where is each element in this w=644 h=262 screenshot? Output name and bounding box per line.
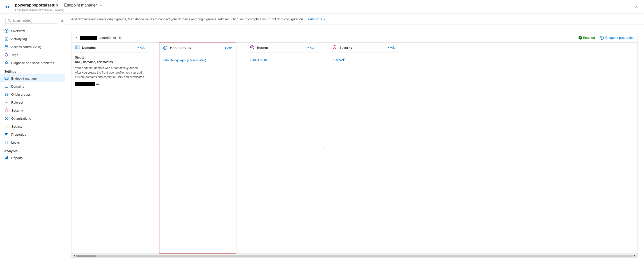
routes-column-title: Routes [257,46,308,50]
activity-log-icon [4,37,9,41]
security-column-body: NewWAF ··· [329,53,399,253]
sidebar-item-secrets[interactable]: Secrets [0,122,65,130]
sidebar-item-overview[interactable]: Overview [0,27,65,35]
svg-rect-29 [7,156,8,159]
collapse-endpoint-button[interactable]: ∧ [76,36,78,40]
route-item: default-route ··· [250,56,315,64]
more-options-button[interactable]: ··· [100,3,104,8]
default-origin-group-link[interactable]: default-origin-group (associated) [163,59,228,62]
security-column-header: Security + Add [329,43,399,53]
scroll-thumb[interactable] [76,255,96,257]
access-control-icon [4,45,9,49]
info-bar: Add domains and create origin groups, th… [65,14,644,25]
domains-label: Domains [11,85,24,88]
svg-rect-23 [5,133,8,134]
properties-icon [4,132,9,137]
origin-group-item: default-origin-group (associated) ··· [163,56,232,64]
origin-groups-label: Origin groups [11,93,31,96]
properties-label: Properties [11,133,26,136]
sidebar-item-endpoint-manager[interactable]: Endpoint manager [0,74,65,82]
sidebar-item-reports[interactable]: Reports [0,154,65,162]
endpoint-status: Enabled [578,36,595,40]
sidebar-item-origin-groups[interactable]: Origin groups [0,90,65,98]
sidebar-item-tags[interactable]: Tags [0,51,65,59]
endpoint-props-label: Endpoint properties [605,36,634,40]
sidebar-item-optimizations[interactable]: Optimizations [0,114,65,122]
endpoint-manager-icon [4,76,9,81]
newwaf-link[interactable]: NewWAF [332,58,390,62]
activity-log-label: Activity log [11,37,27,41]
sidebar-item-security[interactable]: Security [0,106,65,114]
default-route-link[interactable]: default-route [250,58,310,62]
sidebar-item-diagnose[interactable]: Diagnose and solve problems [0,59,65,67]
learn-more-link[interactable]: Learn more ↗ [306,17,325,21]
reports-label: Reports [11,156,23,160]
scroll-left-button[interactable]: ◄ [72,254,76,258]
svg-rect-17 [5,101,8,104]
close-button[interactable]: × [633,3,640,11]
origin-groups-column-header: Origin groups + Add [160,43,236,53]
routes-column-icon [250,45,255,50]
sidebar-item-rule-set[interactable]: Rule set [0,98,65,106]
endpoint-header-right: Enabled Endpoint properties [578,36,634,40]
step-title: DNS, domains, certificates [75,60,145,64]
origin-groups-column-icon [163,46,168,51]
logo-icon: ≫ [4,4,10,10]
secrets-label: Secrets [11,125,22,128]
endpoint-properties-button[interactable]: Endpoint properties [600,36,634,40]
security-icon [4,108,9,113]
svg-point-22 [6,127,7,127]
svg-point-31 [601,37,602,38]
arrow-right-1: → [152,145,156,151]
routes-column: Routes + Add default-route ··· [246,43,319,253]
sidebar-item-access-control[interactable]: Access control (IAM) [0,43,65,51]
security-item: NewWAF ··· [332,56,395,64]
sidebar-item-locks[interactable]: Locks [0,138,65,146]
locks-label: Locks [11,141,20,144]
scroll-right-button[interactable]: ► [633,254,637,258]
status-label: Enabled [583,36,595,40]
copy-endpoint-button[interactable]: ⧉ [119,36,122,40]
domains-column-body: Step 1 DNS, domains, certificates Your e… [72,53,149,253]
sidebar-item-domains[interactable]: Domains [0,82,65,90]
svg-point-7 [7,46,8,47]
endpoint-manager-label: Endpoint manager [11,77,38,80]
svg-point-6 [6,46,7,47]
security-column: Security + Add NewWAF ··· [329,43,399,253]
security-more-button[interactable]: ··· [390,57,395,62]
domains-column-title: Domains [82,46,138,50]
access-control-label: Access control (IAM) [11,45,41,49]
domain-redacted-block: █ [75,82,95,86]
domains-column-icon [75,45,80,50]
svg-point-8 [6,54,6,55]
scroll-track[interactable] [76,255,633,257]
sidebar-item-activity-log[interactable]: Activity log [0,35,65,43]
external-link-icon: ↗ [323,18,326,21]
route-more-button[interactable]: ··· [310,57,315,62]
sidebar-item-properties[interactable]: Properties [0,130,65,138]
endpoint-section: ∧ █ .azurefd.net ⧉ Enabled [65,29,644,262]
columns-area: Domains + Add Step 1 DNS, domains, certi… [72,43,638,253]
collapse-sidebar-button[interactable]: « [61,19,63,23]
titlebar: ≫ powerappsportalsetup | Endpoint manage… [0,0,644,14]
origin-groups-column-body: default-origin-group (associated) ··· [160,53,236,253]
optimizations-label: Optimizations [11,117,31,120]
domains-column: Domains + Add Step 1 DNS, domains, certi… [72,43,149,253]
add-route-button[interactable]: + Add [308,46,315,49]
origin-groups-icon [4,92,9,97]
tags-icon [4,53,9,57]
security-column-icon [332,45,337,50]
main-content: Add domains and create origin groups, th… [65,14,644,262]
domains-icon [4,84,9,89]
step-label: Step 1 [75,56,145,59]
origin-group-more-button[interactable]: ··· [228,58,232,63]
routes-column-body: default-route ··· [246,53,319,253]
search-input[interactable] [13,19,55,23]
endpoint-props-icon [600,36,604,40]
overview-label: Overview [11,29,25,33]
svg-rect-9 [5,77,8,80]
add-origin-group-button[interactable]: + Add [225,46,232,50]
add-security-button[interactable]: + Add [388,46,395,49]
add-domain-button[interactable]: + Add [138,46,145,49]
domain-net-suffix: .net [96,83,100,86]
